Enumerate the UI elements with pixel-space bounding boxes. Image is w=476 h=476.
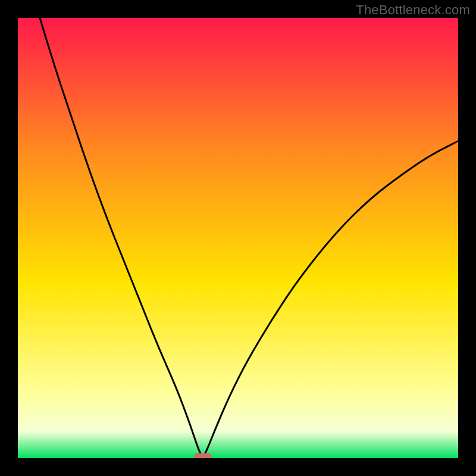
minimum-marker — [194, 453, 212, 458]
chart-svg — [18, 18, 458, 458]
gradient-background — [18, 18, 458, 458]
plot-area — [18, 18, 458, 458]
outer-frame: TheBottleneck.com — [0, 0, 476, 476]
watermark: TheBottleneck.com — [356, 2, 470, 18]
